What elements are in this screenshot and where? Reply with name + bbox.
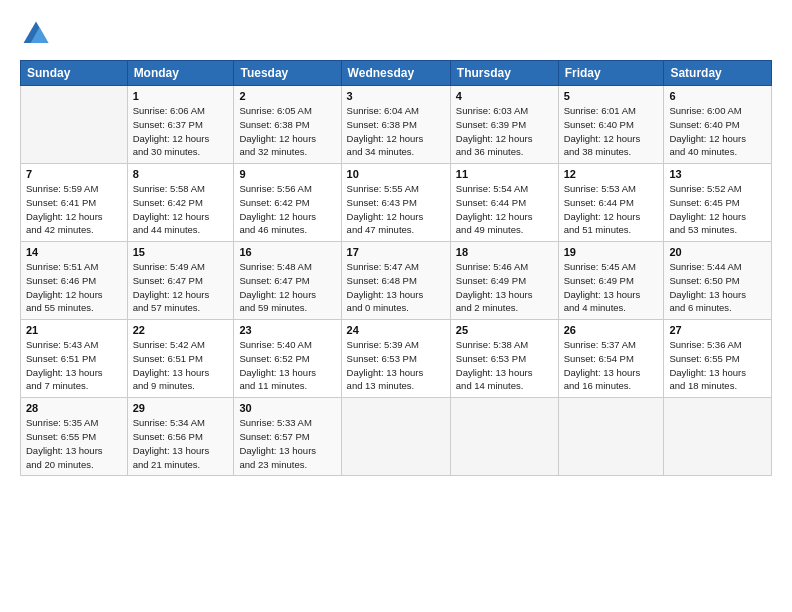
day-info: Sunrise: 5:58 AM Sunset: 6:42 PM Dayligh…: [133, 182, 229, 237]
day-number: 25: [456, 324, 553, 336]
day-cell: 30Sunrise: 5:33 AM Sunset: 6:57 PM Dayli…: [234, 398, 341, 476]
logo: [20, 18, 56, 50]
day-number: 19: [564, 246, 659, 258]
day-info: Sunrise: 6:01 AM Sunset: 6:40 PM Dayligh…: [564, 104, 659, 159]
day-number: 7: [26, 168, 122, 180]
weekday-header-friday: Friday: [558, 61, 664, 86]
day-info: Sunrise: 6:04 AM Sunset: 6:38 PM Dayligh…: [347, 104, 445, 159]
day-cell: 9Sunrise: 5:56 AM Sunset: 6:42 PM Daylig…: [234, 164, 341, 242]
day-info: Sunrise: 5:46 AM Sunset: 6:49 PM Dayligh…: [456, 260, 553, 315]
day-number: 29: [133, 402, 229, 414]
day-cell: 15Sunrise: 5:49 AM Sunset: 6:47 PM Dayli…: [127, 242, 234, 320]
day-info: Sunrise: 5:48 AM Sunset: 6:47 PM Dayligh…: [239, 260, 335, 315]
day-info: Sunrise: 5:53 AM Sunset: 6:44 PM Dayligh…: [564, 182, 659, 237]
day-number: 1: [133, 90, 229, 102]
day-number: 4: [456, 90, 553, 102]
day-cell: 11Sunrise: 5:54 AM Sunset: 6:44 PM Dayli…: [450, 164, 558, 242]
day-info: Sunrise: 5:38 AM Sunset: 6:53 PM Dayligh…: [456, 338, 553, 393]
day-number: 3: [347, 90, 445, 102]
day-cell: 7Sunrise: 5:59 AM Sunset: 6:41 PM Daylig…: [21, 164, 128, 242]
day-cell: 25Sunrise: 5:38 AM Sunset: 6:53 PM Dayli…: [450, 320, 558, 398]
day-cell: 3Sunrise: 6:04 AM Sunset: 6:38 PM Daylig…: [341, 86, 450, 164]
calendar-table: SundayMondayTuesdayWednesdayThursdayFrid…: [20, 60, 772, 476]
day-info: Sunrise: 6:00 AM Sunset: 6:40 PM Dayligh…: [669, 104, 766, 159]
day-info: Sunrise: 6:06 AM Sunset: 6:37 PM Dayligh…: [133, 104, 229, 159]
day-number: 15: [133, 246, 229, 258]
day-cell: [450, 398, 558, 476]
day-cell: [664, 398, 772, 476]
day-number: 2: [239, 90, 335, 102]
day-info: Sunrise: 5:36 AM Sunset: 6:55 PM Dayligh…: [669, 338, 766, 393]
day-number: 20: [669, 246, 766, 258]
day-info: Sunrise: 5:56 AM Sunset: 6:42 PM Dayligh…: [239, 182, 335, 237]
weekday-header-thursday: Thursday: [450, 61, 558, 86]
weekday-header-sunday: Sunday: [21, 61, 128, 86]
day-cell: 28Sunrise: 5:35 AM Sunset: 6:55 PM Dayli…: [21, 398, 128, 476]
day-number: 17: [347, 246, 445, 258]
day-cell: 26Sunrise: 5:37 AM Sunset: 6:54 PM Dayli…: [558, 320, 664, 398]
day-cell: 13Sunrise: 5:52 AM Sunset: 6:45 PM Dayli…: [664, 164, 772, 242]
day-cell: 16Sunrise: 5:48 AM Sunset: 6:47 PM Dayli…: [234, 242, 341, 320]
week-row-4: 28Sunrise: 5:35 AM Sunset: 6:55 PM Dayli…: [21, 398, 772, 476]
logo-icon: [20, 18, 52, 50]
day-info: Sunrise: 5:39 AM Sunset: 6:53 PM Dayligh…: [347, 338, 445, 393]
day-number: 12: [564, 168, 659, 180]
day-info: Sunrise: 5:34 AM Sunset: 6:56 PM Dayligh…: [133, 416, 229, 471]
day-number: 28: [26, 402, 122, 414]
day-number: 18: [456, 246, 553, 258]
weekday-header-saturday: Saturday: [664, 61, 772, 86]
day-info: Sunrise: 5:42 AM Sunset: 6:51 PM Dayligh…: [133, 338, 229, 393]
day-number: 26: [564, 324, 659, 336]
day-number: 27: [669, 324, 766, 336]
day-info: Sunrise: 5:40 AM Sunset: 6:52 PM Dayligh…: [239, 338, 335, 393]
day-cell: 24Sunrise: 5:39 AM Sunset: 6:53 PM Dayli…: [341, 320, 450, 398]
day-info: Sunrise: 6:05 AM Sunset: 6:38 PM Dayligh…: [239, 104, 335, 159]
day-cell: 1Sunrise: 6:06 AM Sunset: 6:37 PM Daylig…: [127, 86, 234, 164]
day-number: 10: [347, 168, 445, 180]
day-cell: 21Sunrise: 5:43 AM Sunset: 6:51 PM Dayli…: [21, 320, 128, 398]
weekday-header-monday: Monday: [127, 61, 234, 86]
day-cell: 20Sunrise: 5:44 AM Sunset: 6:50 PM Dayli…: [664, 242, 772, 320]
day-cell: 22Sunrise: 5:42 AM Sunset: 6:51 PM Dayli…: [127, 320, 234, 398]
day-info: Sunrise: 5:37 AM Sunset: 6:54 PM Dayligh…: [564, 338, 659, 393]
day-info: Sunrise: 5:47 AM Sunset: 6:48 PM Dayligh…: [347, 260, 445, 315]
day-cell: 5Sunrise: 6:01 AM Sunset: 6:40 PM Daylig…: [558, 86, 664, 164]
day-number: 14: [26, 246, 122, 258]
day-info: Sunrise: 5:33 AM Sunset: 6:57 PM Dayligh…: [239, 416, 335, 471]
day-number: 30: [239, 402, 335, 414]
day-number: 21: [26, 324, 122, 336]
day-cell: [341, 398, 450, 476]
day-number: 9: [239, 168, 335, 180]
day-number: 22: [133, 324, 229, 336]
day-cell: 4Sunrise: 6:03 AM Sunset: 6:39 PM Daylig…: [450, 86, 558, 164]
day-cell: 17Sunrise: 5:47 AM Sunset: 6:48 PM Dayli…: [341, 242, 450, 320]
day-cell: 29Sunrise: 5:34 AM Sunset: 6:56 PM Dayli…: [127, 398, 234, 476]
day-info: Sunrise: 5:59 AM Sunset: 6:41 PM Dayligh…: [26, 182, 122, 237]
day-cell: 12Sunrise: 5:53 AM Sunset: 6:44 PM Dayli…: [558, 164, 664, 242]
weekday-header-wednesday: Wednesday: [341, 61, 450, 86]
day-info: Sunrise: 5:35 AM Sunset: 6:55 PM Dayligh…: [26, 416, 122, 471]
week-row-0: 1Sunrise: 6:06 AM Sunset: 6:37 PM Daylig…: [21, 86, 772, 164]
day-info: Sunrise: 5:43 AM Sunset: 6:51 PM Dayligh…: [26, 338, 122, 393]
day-cell: [558, 398, 664, 476]
day-cell: 6Sunrise: 6:00 AM Sunset: 6:40 PM Daylig…: [664, 86, 772, 164]
day-number: 11: [456, 168, 553, 180]
day-cell: 10Sunrise: 5:55 AM Sunset: 6:43 PM Dayli…: [341, 164, 450, 242]
day-number: 13: [669, 168, 766, 180]
day-info: Sunrise: 5:51 AM Sunset: 6:46 PM Dayligh…: [26, 260, 122, 315]
day-cell: 2Sunrise: 6:05 AM Sunset: 6:38 PM Daylig…: [234, 86, 341, 164]
day-info: Sunrise: 5:52 AM Sunset: 6:45 PM Dayligh…: [669, 182, 766, 237]
weekday-header-tuesday: Tuesday: [234, 61, 341, 86]
day-number: 6: [669, 90, 766, 102]
day-cell: 27Sunrise: 5:36 AM Sunset: 6:55 PM Dayli…: [664, 320, 772, 398]
day-info: Sunrise: 5:54 AM Sunset: 6:44 PM Dayligh…: [456, 182, 553, 237]
day-number: 24: [347, 324, 445, 336]
day-cell: 19Sunrise: 5:45 AM Sunset: 6:49 PM Dayli…: [558, 242, 664, 320]
header: [20, 18, 772, 50]
day-info: Sunrise: 5:45 AM Sunset: 6:49 PM Dayligh…: [564, 260, 659, 315]
day-number: 16: [239, 246, 335, 258]
day-number: 5: [564, 90, 659, 102]
week-row-1: 7Sunrise: 5:59 AM Sunset: 6:41 PM Daylig…: [21, 164, 772, 242]
day-cell: 14Sunrise: 5:51 AM Sunset: 6:46 PM Dayli…: [21, 242, 128, 320]
day-number: 23: [239, 324, 335, 336]
